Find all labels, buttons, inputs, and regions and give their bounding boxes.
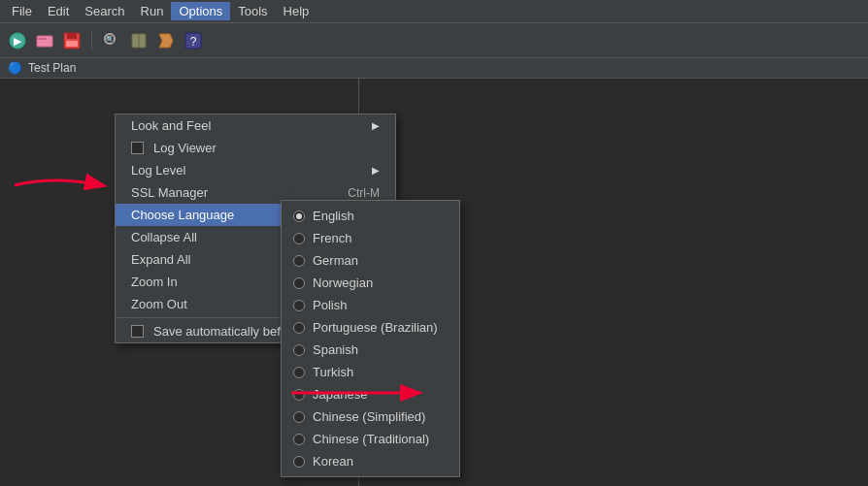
lang-item-portuguese[interactable]: Portuguese (Brazilian) — [282, 316, 459, 339]
language-submenu: English French German Norwegian — [281, 200, 460, 477]
options-menu: Look and Feel ▶ Log Viewer Log Level ▶ S… — [115, 113, 396, 343]
menu-tools[interactable]: Tools — [230, 2, 275, 20]
svg-text:?: ? — [190, 35, 197, 49]
menu-edit[interactable]: Edit — [40, 2, 77, 20]
menu-options[interactable]: Options — [171, 2, 230, 20]
radio-chinese-simplified[interactable] — [293, 411, 305, 423]
radio-turkish[interactable] — [293, 367, 305, 378]
lang-item-turkish[interactable]: Turkish — [282, 361, 459, 383]
submenu-arrow-look: ▶ — [372, 120, 380, 131]
lang-item-korean[interactable]: Korean — [282, 450, 459, 472]
menu-item-choose-language[interactable]: Choose Language ▶ English French Germ — [116, 204, 395, 226]
toolbar-icon-search[interactable]: 🔍 — [100, 29, 123, 52]
lang-item-chinese-simplified[interactable]: Chinese (Simplified) — [282, 405, 459, 428]
log-viewer-checkbox[interactable] — [131, 142, 144, 154]
radio-polish[interactable] — [293, 300, 305, 311]
lang-item-german[interactable]: German — [282, 249, 459, 272]
svg-rect-6 — [66, 41, 78, 47]
menu-item-log-viewer[interactable]: Log Viewer — [116, 137, 395, 159]
toolbar-icon-tag[interactable] — [154, 29, 178, 52]
toolbar-separator — [91, 31, 92, 50]
lang-item-japanese[interactable]: Japanese — [282, 383, 459, 405]
save-auto-checkbox[interactable] — [131, 325, 144, 338]
svg-rect-5 — [67, 33, 77, 39]
radio-korean[interactable] — [293, 456, 305, 468]
svg-text:▶: ▶ — [14, 35, 22, 47]
lang-item-chinese-traditional[interactable]: Chinese (Traditional) — [282, 428, 459, 450]
open-icon[interactable] — [33, 29, 56, 52]
svg-text:🔍: 🔍 — [106, 35, 115, 44]
radio-japanese[interactable] — [293, 389, 305, 401]
submenu-arrow-loglevel: ▶ — [372, 165, 380, 176]
radio-french[interactable] — [293, 233, 305, 244]
menu-file[interactable]: File — [4, 2, 40, 20]
toolbar-icon-book[interactable] — [127, 29, 150, 52]
lang-item-french[interactable]: French — [282, 227, 459, 249]
radio-norwegian[interactable] — [293, 277, 305, 289]
radio-german[interactable] — [293, 255, 305, 267]
save-icon[interactable] — [60, 29, 83, 52]
test-plan-icon: 🔵 — [8, 61, 22, 75]
radio-chinese-traditional[interactable] — [293, 434, 305, 445]
menu-item-log-level[interactable]: Log Level ▶ — [116, 159, 395, 181]
test-plan-label: Test Plan — [28, 61, 76, 75]
radio-english[interactable] — [293, 211, 305, 222]
radio-portuguese[interactable] — [293, 322, 305, 334]
menubar: File Edit Search Run Options Tools Help — [0, 0, 868, 23]
red-arrow-left — [5, 171, 112, 200]
new-icon[interactable]: ▶ — [6, 29, 29, 52]
test-plan-header: 🔵 Test Plan — [0, 58, 868, 79]
svg-rect-2 — [37, 36, 52, 47]
lang-item-spanish[interactable]: Spanish — [282, 339, 459, 361]
radio-spanish[interactable] — [293, 344, 305, 356]
toolbar: ▶ 🔍 ? — [0, 23, 868, 58]
lang-item-english[interactable]: English — [282, 205, 459, 227]
menu-item-look-and-feel[interactable]: Look and Feel ▶ — [116, 114, 395, 137]
svg-rect-3 — [37, 38, 47, 40]
svg-marker-12 — [159, 34, 173, 48]
toolbar-icon-help[interactable]: ? — [182, 29, 205, 52]
menu-run[interactable]: Run — [133, 2, 172, 20]
menu-help[interactable]: Help — [276, 2, 317, 20]
menu-search[interactable]: Search — [77, 2, 132, 20]
lang-item-polish[interactable]: Polish — [282, 294, 459, 316]
lang-item-norwegian[interactable]: Norwegian — [282, 272, 459, 294]
